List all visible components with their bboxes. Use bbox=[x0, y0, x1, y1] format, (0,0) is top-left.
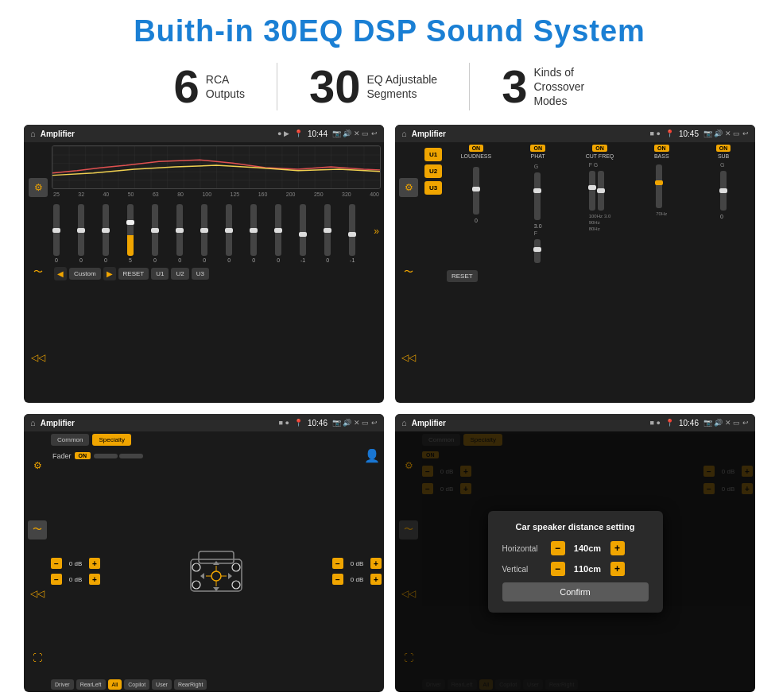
horizontal-plus-button[interactable]: + bbox=[610, 541, 625, 555]
cutfreq-on-badge: ON bbox=[592, 145, 607, 152]
crossover-wave-icon[interactable]: 〜 bbox=[399, 263, 418, 282]
eq-u2-button[interactable]: U2 bbox=[171, 268, 188, 280]
home-icon-1[interactable]: ⌂ bbox=[30, 129, 36, 138]
vertical-minus-button[interactable]: − bbox=[551, 562, 565, 576]
fader-main: Common Specialty Fader ON 👤 bbox=[51, 434, 382, 690]
fader-sliders-h bbox=[94, 454, 143, 458]
fader-right-controls: − 0 dB + − 0 dB + bbox=[332, 558, 382, 585]
eq-prev-button[interactable]: ◀ bbox=[54, 267, 67, 280]
app-name-2: Amplifier bbox=[412, 130, 645, 138]
u1-button[interactable]: U1 bbox=[424, 148, 442, 161]
app-name-4: Amplifier bbox=[412, 419, 645, 427]
eq-filter-icon[interactable]: ⚙ bbox=[29, 178, 48, 197]
fader-slider-h1[interactable] bbox=[94, 454, 118, 458]
crossover-controls: ON LOUDNESS 0 ON PHAT G bbox=[447, 145, 753, 400]
crossover-filter-icon[interactable]: ⚙ bbox=[399, 178, 418, 197]
status-time-3: 10:46 bbox=[308, 419, 327, 427]
vertical-plus-button[interactable]: + bbox=[610, 562, 625, 576]
fader-bottomleft-minus[interactable]: − bbox=[51, 574, 62, 585]
fader-filter-icon[interactable]: ⚙ bbox=[28, 456, 47, 475]
eq-slider-3: 0 bbox=[103, 204, 109, 263]
home-icon-3[interactable]: ⌂ bbox=[30, 418, 36, 427]
fader-topleft-plus[interactable]: + bbox=[89, 558, 100, 569]
fader-speaker-icon[interactable]: ◁◁ bbox=[28, 584, 47, 603]
eq-next-button[interactable]: ▶ bbox=[103, 267, 116, 280]
fader-wave-icon[interactable]: 〜 bbox=[28, 520, 47, 540]
sub-label: SUB bbox=[718, 153, 729, 159]
status-time-1: 10:44 bbox=[308, 130, 327, 138]
status-media-icons-1: 📷 🔊 ✕ ▭ ↩ bbox=[332, 130, 378, 137]
eq-slider-1: 0 bbox=[53, 204, 60, 263]
fader-tabs: Common Specialty bbox=[51, 434, 382, 446]
eq-slider-11: -1 bbox=[300, 204, 306, 263]
eq-sidebar: ⚙ 〜 ◁◁ bbox=[27, 145, 49, 400]
stat-rca-label: RCAOutputs bbox=[206, 72, 245, 101]
eq-wave-icon[interactable]: 〜 bbox=[29, 263, 48, 282]
u3-button[interactable]: U3 bbox=[424, 181, 442, 195]
fader-on-badge: ON bbox=[75, 452, 91, 459]
stat-eq: 30 EQ AdjustableSegments bbox=[277, 64, 469, 110]
cutfreq-label: CUT FREQ bbox=[586, 153, 614, 159]
btn-rearright[interactable]: RearRight bbox=[174, 679, 207, 690]
stat-eq-number: 30 bbox=[309, 64, 361, 110]
screen-fader: ⌂ Amplifier ■ ● 📍 10:46 📷 🔊 ✕ ▭ ↩ ⚙ 〜 ◁◁… bbox=[24, 414, 384, 692]
fader-bottomright-val: 0 dB bbox=[346, 576, 368, 583]
eq-bottom-bar: ◀ Custom ▶ RESET U1 U2 U3 bbox=[52, 265, 381, 282]
fader-topright-minus[interactable]: − bbox=[332, 558, 343, 569]
u2-button[interactable]: U2 bbox=[424, 164, 442, 178]
btn-copilot[interactable]: Copilot bbox=[124, 679, 149, 690]
fader-topleft-minus[interactable]: − bbox=[51, 558, 62, 569]
screen-distance: ⌂ Amplifier ■ ● 📍 10:46 📷 🔊 ✕ ▭ ↩ ⚙ 〜 ◁◁… bbox=[395, 414, 755, 692]
fader-topright-plus[interactable]: + bbox=[370, 558, 382, 569]
page-title: Buith-in 30EQ DSP Sound System bbox=[134, 14, 645, 48]
btn-driver[interactable]: Driver bbox=[51, 679, 74, 690]
eq-custom-button[interactable]: Custom bbox=[69, 268, 101, 280]
fader-control-bottomleft: − 0 dB + bbox=[51, 574, 100, 585]
fader-topright-val: 0 dB bbox=[346, 560, 368, 567]
bass-on-badge: ON bbox=[654, 145, 669, 152]
fader-slider-h2[interactable] bbox=[119, 454, 143, 458]
crossover-sidebar: ⚙ 〜 ◁◁ bbox=[397, 145, 420, 400]
eq-reset-button[interactable]: RESET bbox=[118, 268, 149, 280]
tab-common[interactable]: Common bbox=[51, 434, 89, 446]
distance-dialog: Car speaker distance setting Horizontal … bbox=[488, 511, 663, 613]
screenshots-grid: ⌂ Amplifier ● ▶ 📍 10:44 📷 🔊 ✕ ▭ ↩ ⚙ 〜 ◁◁ bbox=[24, 125, 755, 692]
btn-rearleft[interactable]: RearLeft bbox=[76, 679, 106, 690]
home-icon-4[interactable]: ⌂ bbox=[401, 418, 407, 427]
eq-u3-button[interactable]: U3 bbox=[192, 268, 209, 280]
screen3-content: ⚙ 〜 ◁◁ ⛶ Common Specialty Fader ON bbox=[24, 431, 384, 692]
status-bar-4: ⌂ Amplifier ■ ● 📍 10:46 📷 🔊 ✕ ▭ ↩ bbox=[395, 414, 755, 431]
eq-u1-button[interactable]: U1 bbox=[151, 268, 169, 280]
location-icon-3: 📍 bbox=[294, 419, 303, 427]
app-name-1: Amplifier bbox=[41, 130, 273, 138]
crossover-reset-button[interactable]: RESET bbox=[447, 270, 478, 282]
dialog-title: Car speaker distance setting bbox=[502, 522, 649, 532]
confirm-button[interactable]: Confirm bbox=[502, 582, 649, 601]
btn-all[interactable]: All bbox=[108, 679, 122, 690]
eq-slider-12: 0 bbox=[324, 204, 331, 263]
btn-user[interactable]: User bbox=[152, 679, 172, 690]
svg-point-4 bbox=[192, 563, 200, 571]
eq-speaker-icon[interactable]: ◁◁ bbox=[29, 348, 48, 367]
fader-expand-icon[interactable]: ⛶ bbox=[28, 648, 47, 667]
horizontal-minus-button[interactable]: − bbox=[551, 541, 565, 555]
tab-specialty[interactable]: Specialty bbox=[92, 434, 130, 446]
fader-top-row: Fader ON 👤 bbox=[51, 448, 382, 463]
eq-slider-13: -1 bbox=[349, 204, 355, 263]
fader-bottomright-minus[interactable]: − bbox=[332, 574, 343, 585]
fader-bottomright-plus[interactable]: + bbox=[370, 574, 382, 585]
svg-point-8 bbox=[211, 571, 221, 581]
sub-on-badge: ON bbox=[716, 145, 731, 152]
fader-car-diagram bbox=[103, 543, 329, 599]
svg-point-6 bbox=[192, 581, 200, 589]
status-media-icons-4: 📷 🔊 ✕ ▭ ↩ bbox=[703, 419, 749, 427]
screen4-content: ⚙ 〜 ◁◁ ⛶ Common Specialty ON bbox=[395, 431, 755, 692]
status-media-icons-3: 📷 🔊 ✕ ▭ ↩ bbox=[332, 419, 378, 427]
fader-bottomleft-plus[interactable]: + bbox=[89, 574, 100, 585]
screen2-content: ⚙ 〜 ◁◁ U1 U2 U3 ON LOUDNESS bbox=[395, 142, 755, 403]
eq-freq-labels: 25 32 40 50 63 80 100 125 160 200 250 32… bbox=[52, 191, 381, 197]
eq-more-icon[interactable]: » bbox=[374, 226, 379, 237]
crossover-speaker-icon[interactable]: ◁◁ bbox=[399, 348, 418, 367]
eq-slider-2: 0 bbox=[78, 204, 84, 263]
home-icon-2[interactable]: ⌂ bbox=[401, 129, 407, 138]
